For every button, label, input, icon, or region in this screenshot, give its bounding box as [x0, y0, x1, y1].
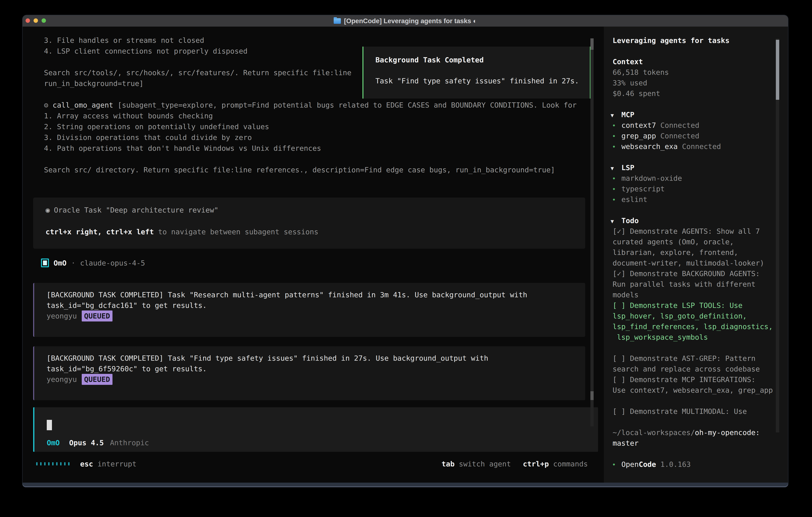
status-badge: QUEUED	[82, 374, 113, 385]
spinner-dot	[64, 462, 65, 465]
task-user: yeongyu	[47, 374, 77, 385]
input-model-label[interactable]: Opus 4.5	[69, 439, 104, 447]
todo-line: [ ] Demonstrate MULTIMODAL: Use	[604, 406, 788, 417]
todo-line: Run parallel tasks with different	[604, 279, 788, 290]
todo-line: [ ] Demonstrate MCP INTEGRATIONS:	[604, 374, 788, 385]
context-stat: $0.46 spent	[604, 88, 788, 99]
mcp-server-name: grep_app	[621, 132, 656, 140]
bullet-icon: •	[612, 194, 621, 205]
todo-line: librarian, explore, frontend,	[604, 247, 788, 258]
bullet-icon: •	[612, 459, 621, 470]
workspace-path: ~/local-workspaces/oh-my-opencode:	[604, 427, 788, 438]
oracle-task-hint: ctrl+x right, ctrl+x left to navigate be…	[46, 226, 318, 237]
lsp-server-name: markdown-oxide	[621, 174, 682, 182]
tool-call-line: ⚙ call_omo_agent [subagent_type=explore,…	[44, 100, 577, 111]
section-lsp[interactable]: ▼LSP	[604, 162, 788, 173]
session-title: Leveraging agents for tasks	[604, 35, 788, 46]
background-task-message: [BACKGROUND TASK COMPLETED] Task "Find t…	[33, 346, 585, 400]
chevron-down-icon: ▼	[611, 216, 621, 226]
mcp-item: •grep_app Connected	[604, 131, 788, 141]
mcp-server-status: Connected	[682, 142, 721, 151]
oracle-task-title-line: ◉Oracle Task "Deep architecture review"	[46, 205, 219, 216]
oracle-task-card[interactable]: ◉Oracle Task "Deep architecture review" …	[33, 197, 585, 249]
spinner-dot	[36, 462, 37, 465]
bullet-icon: •	[612, 131, 621, 141]
context-stat: 33% used	[604, 78, 788, 88]
background-task-notification: Background Task Completed Task "Find typ…	[362, 47, 591, 99]
spacer	[604, 99, 788, 109]
key-esc[interactable]: esc	[80, 460, 93, 468]
section-todo[interactable]: ▼Todo	[604, 215, 788, 226]
chevron-down-icon: ▼	[611, 163, 621, 173]
background-task-message: [BACKGROUND TASK COMPLETED] Task "Resear…	[33, 283, 585, 337]
todo-line: lsp_find_references, lsp_diagnostics,	[604, 321, 788, 332]
agent-model: claude-opus-4-5	[80, 259, 145, 267]
terminal-line	[44, 154, 577, 165]
mcp-server-status: Connected	[660, 121, 699, 129]
repo-name: oh-my-opencode:	[695, 429, 760, 437]
status-bar-left: esc interrupt	[36, 458, 137, 469]
spinner-dot	[52, 462, 54, 465]
spacer	[604, 46, 788, 56]
sidebar-scrollbar-thumb[interactable]	[776, 40, 779, 100]
agent-header: OmO · claude-opus-4-5	[41, 257, 145, 268]
task-message-line: [BACKGROUND TASK COMPLETED] Task "Resear…	[47, 290, 585, 300]
version-line: •OpenCode 1.0.163	[604, 459, 788, 470]
spinner-dot	[40, 462, 41, 465]
spinner-dot	[68, 462, 69, 465]
lsp-server-name: typescript	[621, 185, 665, 193]
terminal-line: 3. Division operations that could divide…	[44, 132, 577, 143]
spinner-dots-icon	[36, 462, 72, 465]
main-scrollbar-track[interactable]	[590, 38, 593, 427]
terminal-line: 2. String operations on potentially unde…	[44, 121, 577, 132]
input-model-line: OmO Opus 4.5 Anthropic	[47, 437, 149, 448]
window-titlebar[interactable]: [OpenCode] Leveraging agents for tasks ◐	[23, 15, 788, 27]
spinner-dot	[48, 462, 50, 465]
tool-name: call_omo_agent	[53, 101, 117, 109]
app-window: [OpenCode] Leveraging agents for tasks ◐…	[23, 15, 788, 487]
path-prefix: ~/local-workspaces/	[613, 429, 695, 437]
task-message-line: task_id="bg_dcfac161" to get results.	[47, 300, 585, 311]
hint-text: to navigate between subagent sessions	[154, 228, 318, 236]
main-scrollbar-thumb[interactable]	[590, 391, 593, 400]
todo-line: search and replace across codebase	[604, 364, 788, 374]
todo-line: lsp_hover, lsp_goto_definition,	[604, 311, 788, 321]
status-bar-right: tab switch agent ctrl+p commands	[441, 458, 588, 469]
app-name: Open	[621, 460, 639, 468]
separator-dot: ·	[71, 259, 76, 267]
spinner-dot	[56, 462, 58, 465]
key-tab[interactable]: tab	[441, 460, 455, 468]
main-scrollbar-thumb[interactable]	[590, 38, 593, 50]
lsp-item: •markdown-oxide	[604, 173, 788, 184]
bullet-icon: •	[612, 120, 621, 131]
app-content: 3. File handles or streams not closed4. …	[23, 27, 788, 483]
todo-line: [✓] Demonstrate BACKGROUND AGENTS:	[604, 268, 788, 279]
todo-line: document-writer, multimodal-looker)	[604, 258, 788, 268]
folder-icon	[334, 18, 341, 24]
record-icon: ◉	[46, 206, 50, 214]
terminal-line: 4. Path operations that don't handle Win…	[44, 143, 577, 154]
spacer	[604, 343, 788, 353]
context-stat: 66,518 tokens	[604, 67, 788, 78]
spacer	[604, 152, 788, 162]
session-sidebar: Leveraging agents for tasksContext66,518…	[604, 27, 788, 483]
text-cursor	[47, 420, 52, 430]
window-bottom-edge	[23, 483, 788, 487]
spacer	[604, 417, 788, 427]
input-provider-label: Anthropic	[110, 439, 149, 447]
todo-line: Use context7, websearch_exa, grep_app	[604, 385, 788, 396]
chevron-down-icon: ▼	[611, 110, 621, 120]
section-mcp[interactable]: ▼MCP	[604, 109, 788, 120]
tool-args: [subagent_type=explore, prompt=Find pote…	[117, 101, 576, 109]
key-ctrl-p[interactable]: ctrl+p	[523, 460, 549, 468]
prompt-input[interactable]: OmO Opus 4.5 Anthropic	[33, 407, 598, 452]
task-user: yeongyu	[47, 311, 77, 321]
mcp-server-name: context7	[621, 121, 656, 129]
bullet-icon: •	[612, 173, 621, 184]
key-ctrl-p-label: commands	[553, 460, 588, 468]
todo-line: [ ] Demonstrate LSP TOOLS: Use	[604, 300, 788, 311]
context-heading: Context	[604, 56, 788, 67]
task-message-line: [BACKGROUND TASK COMPLETED] Task "Find t…	[47, 353, 585, 363]
todo-line: [✓] Demonstrate AGENTS: Show all 7	[604, 226, 788, 237]
mcp-item: •context7 Connected	[604, 120, 788, 131]
